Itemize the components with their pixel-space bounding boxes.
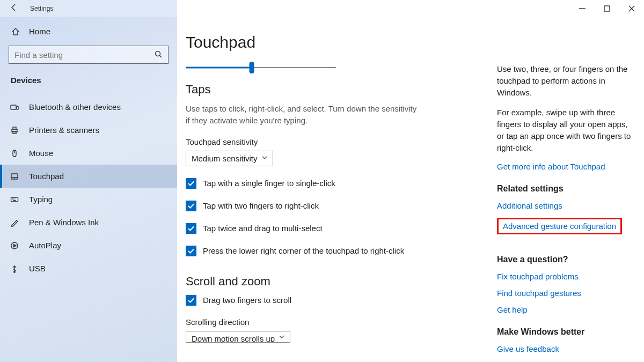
check-single-tap[interactable]: Tap with a single finger to single-click bbox=[186, 178, 486, 189]
autoplay-icon bbox=[10, 241, 19, 250]
checkbox[interactable] bbox=[186, 178, 196, 189]
checkbox[interactable] bbox=[186, 223, 196, 234]
main-content: Touchpad Taps Use taps to click, right-c… bbox=[186, 33, 497, 362]
check-label: Tap twice and drag to multi-select bbox=[203, 224, 323, 233]
link-advanced-gesture[interactable]: Advanced gesture configuration bbox=[503, 221, 616, 231]
check-two-finger-tap[interactable]: Tap with two fingers to right-click bbox=[186, 201, 486, 211]
check-label: Press the lower right corner of the touc… bbox=[203, 246, 404, 255]
speed-slider[interactable] bbox=[186, 63, 336, 72]
question-heading: Have a question? bbox=[497, 255, 635, 264]
window-title: Settings bbox=[30, 5, 53, 12]
nav-home[interactable]: Home bbox=[9, 21, 169, 41]
check-corner-right-click[interactable]: Press the lower right corner of the touc… bbox=[186, 246, 486, 256]
sensitivity-label: Touchpad sensitivity bbox=[186, 137, 486, 146]
devices-icon bbox=[10, 103, 19, 112]
svg-rect-6 bbox=[13, 131, 16, 134]
sidebar-item-label: Bluetooth & other devices bbox=[29, 102, 121, 112]
sidebar-item-label: USB bbox=[29, 264, 46, 273]
sidebar: Home Devices Bluetooth & other devices bbox=[0, 17, 177, 362]
svg-rect-5 bbox=[13, 127, 16, 129]
gestures-intro-2: For example, swipe up with three fingers… bbox=[497, 107, 635, 153]
svg-rect-9 bbox=[11, 197, 18, 202]
sidebar-item-touchpad[interactable]: Touchpad bbox=[0, 165, 177, 188]
check-two-finger-scroll[interactable]: Drag two fingers to scroll bbox=[186, 295, 486, 306]
scroll-direction-label: Scrolling direction bbox=[186, 317, 486, 327]
sidebar-item-label: Printers & scanners bbox=[29, 125, 99, 135]
home-icon bbox=[11, 27, 20, 36]
back-button[interactable] bbox=[10, 3, 18, 14]
sidebar-item-label: Mouse bbox=[29, 149, 53, 158]
scroll-direction-value: Down motion scrolls up bbox=[192, 334, 275, 343]
gestures-intro-1: Use two, three, or four fingers on the t… bbox=[497, 63, 635, 98]
sensitivity-value: Medium sensitivity bbox=[192, 154, 258, 163]
sidebar-item-printers[interactable]: Printers & scanners bbox=[0, 119, 177, 142]
sidebar-section-label: Devices bbox=[9, 73, 169, 91]
taps-description: Use taps to click, right-click, and sele… bbox=[186, 103, 422, 127]
svg-rect-0 bbox=[604, 6, 610, 11]
link-additional-settings[interactable]: Additional settings bbox=[497, 201, 635, 210]
link-feedback[interactable]: Give us feedback bbox=[497, 344, 635, 353]
taps-heading: Taps bbox=[186, 83, 486, 97]
slider-thumb[interactable] bbox=[250, 62, 254, 73]
check-label: Tap with a single finger to single-click bbox=[203, 179, 335, 188]
svg-point-1 bbox=[156, 51, 160, 56]
svg-point-11 bbox=[14, 271, 15, 272]
arrow-left-icon bbox=[10, 3, 18, 12]
titlebar: Settings bbox=[0, 0, 644, 17]
checkbox[interactable] bbox=[186, 246, 196, 256]
sidebar-item-autoplay[interactable]: AutoPlay bbox=[0, 234, 177, 257]
search-icon bbox=[154, 50, 163, 60]
better-heading: Make Windows better bbox=[497, 327, 635, 337]
checkbox[interactable] bbox=[186, 201, 196, 211]
touchpad-icon bbox=[10, 172, 19, 181]
maximize-icon bbox=[603, 4, 611, 13]
minimize-icon bbox=[578, 4, 587, 13]
close-icon bbox=[627, 4, 636, 13]
search-input[interactable] bbox=[14, 50, 154, 60]
checkbox[interactable] bbox=[186, 295, 196, 306]
printer-icon bbox=[10, 126, 19, 135]
side-panel: Use two, three, or four fingers on the t… bbox=[497, 33, 635, 362]
sidebar-item-typing[interactable]: Typing bbox=[0, 188, 177, 211]
usb-icon bbox=[10, 264, 19, 273]
chevron-down-icon bbox=[279, 334, 284, 341]
svg-rect-2 bbox=[11, 105, 16, 109]
scroll-heading: Scroll and zoom bbox=[186, 275, 486, 289]
svg-rect-3 bbox=[17, 106, 18, 109]
nav-home-label: Home bbox=[29, 27, 50, 36]
sidebar-item-label: Typing bbox=[29, 195, 53, 204]
related-settings-heading: Related settings bbox=[497, 184, 635, 194]
sidebar-item-bluetooth[interactable]: Bluetooth & other devices bbox=[0, 95, 177, 119]
close-button[interactable] bbox=[619, 0, 644, 17]
link-get-help[interactable]: Get help bbox=[497, 305, 635, 314]
minimize-button[interactable] bbox=[570, 0, 595, 17]
sidebar-item-mouse[interactable]: Mouse bbox=[0, 142, 177, 165]
maximize-button[interactable] bbox=[595, 0, 619, 17]
mouse-icon bbox=[10, 149, 19, 158]
sidebar-item-label: AutoPlay bbox=[29, 241, 61, 250]
check-label: Tap with two fingers to right-click bbox=[203, 201, 319, 210]
highlight-advanced-gesture: Advanced gesture configuration bbox=[497, 218, 622, 234]
sensitivity-dropdown[interactable]: Medium sensitivity bbox=[186, 151, 273, 166]
page-title: Touchpad bbox=[186, 33, 486, 51]
scroll-direction-dropdown[interactable]: Down motion scrolls up bbox=[186, 331, 290, 343]
link-find-gestures[interactable]: Find touchpad gestures bbox=[497, 289, 635, 298]
check-label: Drag two fingers to scroll bbox=[203, 295, 291, 305]
link-touchpad-info[interactable]: Get more info about Touchpad bbox=[497, 162, 635, 171]
sidebar-item-label: Touchpad bbox=[29, 172, 64, 181]
chevron-down-icon bbox=[262, 155, 267, 161]
sidebar-item-usb[interactable]: USB bbox=[0, 257, 177, 280]
pen-icon bbox=[10, 218, 19, 227]
check-tap-drag[interactable]: Tap twice and drag to multi-select bbox=[186, 223, 486, 234]
search-box[interactable] bbox=[9, 46, 169, 64]
sidebar-item-pen[interactable]: Pen & Windows Ink bbox=[0, 211, 177, 234]
link-fix-touchpad[interactable]: Fix touchpad problems bbox=[497, 272, 635, 281]
sidebar-item-label: Pen & Windows Ink bbox=[29, 218, 99, 227]
keyboard-icon bbox=[10, 195, 19, 204]
